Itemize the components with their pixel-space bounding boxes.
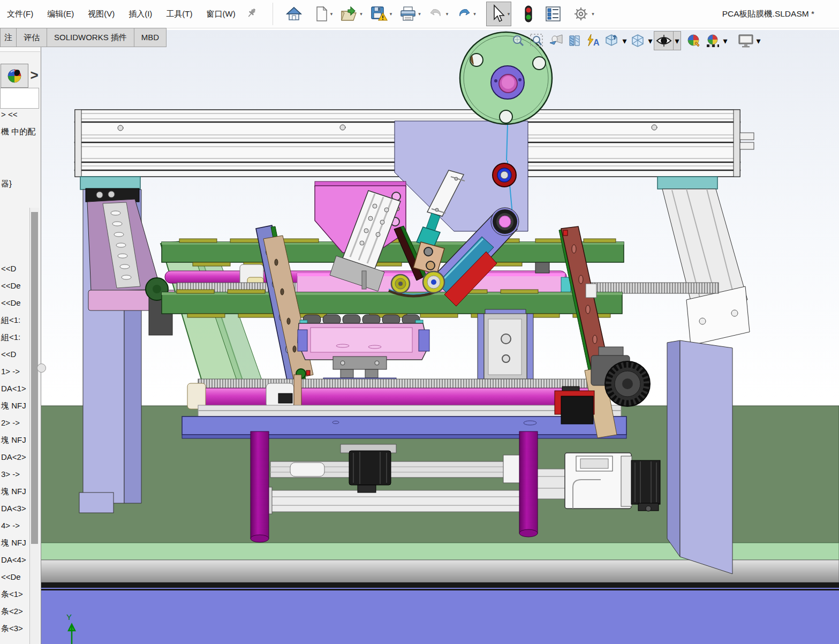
zoom-to-fit-icon[interactable] [509, 31, 527, 50]
tree-item[interactable]: <<De [1, 281, 21, 290]
appearance-sphere-icon [6, 68, 22, 84]
print-button[interactable]: ▾ [398, 5, 422, 23]
tab-solidworks-addins[interactable]: SOLIDWORKS 插件 [47, 28, 134, 47]
pin-icon[interactable] [246, 7, 258, 21]
tree-item[interactable]: <<De [1, 572, 21, 581]
right-vertical-slide [478, 309, 533, 379]
tree-item[interactable]: > << [1, 110, 17, 119]
tree-item[interactable]: 塊 NFJ [1, 487, 26, 497]
properties-list-button[interactable] [543, 5, 563, 23]
dropdown-arrow[interactable]: ▾ [722, 31, 729, 50]
menu-edit[interactable]: 编辑(E) [40, 0, 81, 28]
tree-item[interactable]: DA<1> [1, 384, 26, 393]
section-view-icon[interactable] [565, 31, 584, 50]
commandmanager-tabs: 注 评估 SOLIDWORKS 插件 MBD [0, 28, 167, 47]
dropdown-arrow[interactable]: ▾ [390, 11, 392, 17]
heads-up-toolbar: A ▾ ▾ ▾ ▾ ▾ [509, 31, 762, 50]
annotation-view-icon[interactable]: A [584, 31, 602, 50]
tree-item[interactable]: 条<1> [1, 589, 23, 600]
menu-file[interactable]: 文件(F) [0, 0, 40, 28]
tree-item[interactable]: <<D [1, 264, 16, 273]
feature-tree-panel: > > <<機 中的配器}<<D<<De<<De組<1:組<1:<<D1> ->… [0, 47, 41, 644]
appearance-manager-button[interactable] [1, 64, 28, 88]
display-style-icon[interactable] [654, 31, 674, 50]
menu-tools[interactable]: 工具(T) [159, 0, 199, 28]
panel-filter-box[interactable] [0, 88, 39, 109]
tree-item[interactable]: 1> -> [1, 367, 20, 376]
open-button[interactable]: ▾ [339, 5, 364, 23]
home-button[interactable] [284, 5, 304, 23]
document-title: PCA板貼膜機.SLDASM * [722, 9, 814, 20]
apply-scene-icon[interactable] [703, 31, 722, 50]
options-gear-button[interactable]: ▾ [571, 4, 595, 24]
zoom-to-area-icon[interactable] [527, 31, 546, 50]
dropdown-arrow[interactable]: ▾ [647, 31, 654, 50]
dropdown-arrow[interactable]: ▾ [418, 11, 421, 17]
tree-item[interactable]: 塊 NFJ [1, 538, 26, 548]
view-orientation-icon[interactable] [628, 31, 647, 50]
tree-item[interactable]: DA<3> [1, 504, 26, 513]
panel-splitter-handle[interactable] [37, 363, 46, 373]
svg-text:A: A [593, 38, 600, 47]
tree-item[interactable]: DA<2> [1, 452, 26, 461]
tree-scrollbar[interactable] [29, 208, 39, 644]
dropdown-arrow[interactable]: ▾ [592, 11, 594, 17]
save-button[interactable]: ▾ [369, 4, 394, 24]
dropdown-arrow[interactable]: ▾ [473, 11, 476, 17]
dropdown-arrow[interactable]: ▾ [446, 11, 449, 17]
tab-evaluate[interactable]: 评估 [17, 28, 47, 47]
tree-item[interactable]: 条<2> [1, 607, 23, 617]
new-document-button[interactable]: ▾ [314, 5, 334, 23]
dropdown-arrow[interactable]: ▾ [330, 11, 333, 17]
tree-scrollbar-thumb[interactable] [31, 212, 38, 544]
dropdown-arrow[interactable]: ▾ [755, 31, 762, 50]
tree-item[interactable]: 4> -> [1, 521, 20, 530]
graphics-viewport[interactable]: Y [40, 30, 839, 644]
edit-appearance-icon[interactable] [684, 31, 703, 50]
undo-button[interactable]: ▾ [427, 5, 450, 22]
previous-view-icon[interactable] [546, 31, 565, 50]
menu-insert[interactable]: 插入(I) [122, 0, 159, 28]
tab-annotation[interactable]: 注 [0, 28, 17, 47]
tree-item[interactable]: 3> -> [1, 469, 20, 479]
dropdown-arrow[interactable]: ▾ [508, 11, 510, 17]
panel-top-strip [0, 47, 40, 52]
tree-item[interactable]: 塊 NFJ [1, 401, 26, 411]
tree-item[interactable]: DA<4> [1, 555, 26, 564]
hide-show-items-icon[interactable] [602, 31, 621, 50]
select-tool-button[interactable]: ▾ [486, 2, 512, 26]
menu-bar: 文件(F) 编辑(E) 视图(V) 插入(I) 工具(T) 窗口(W) ▾ ▾ … [0, 0, 839, 28]
dropdown-arrow[interactable]: ▾ [674, 31, 681, 50]
view-settings-icon[interactable] [736, 31, 755, 50]
redo-button[interactable]: ▾ [455, 5, 477, 22]
tree-item[interactable]: 器} [1, 179, 12, 189]
tree-item[interactable]: 条<3> [1, 624, 23, 634]
axis-y-label: Y [66, 612, 72, 622]
tree-item[interactable]: 2> -> [1, 418, 20, 427]
tree-item[interactable]: 組<1: [1, 332, 20, 343]
dropdown-arrow[interactable]: ▾ [621, 31, 628, 50]
tab-mbd[interactable]: MBD [134, 28, 167, 47]
tree-item[interactable]: 機 中的配 [1, 127, 35, 137]
tree-item[interactable]: <<De [1, 298, 21, 307]
dropdown-arrow[interactable]: ▾ [360, 11, 362, 17]
interference-check-button[interactable] [523, 4, 534, 24]
tree-item[interactable]: 塊 NFJ [1, 435, 26, 445]
expand-panel-chevron[interactable]: > [28, 65, 40, 85]
toolbar-separator [273, 3, 273, 25]
tree-item[interactable]: <<D [1, 350, 16, 359]
tree-item[interactable]: 組<1: [1, 315, 20, 325]
menu-window[interactable]: 窗口(W) [199, 0, 242, 28]
menu-view[interactable]: 视图(V) [81, 0, 122, 28]
